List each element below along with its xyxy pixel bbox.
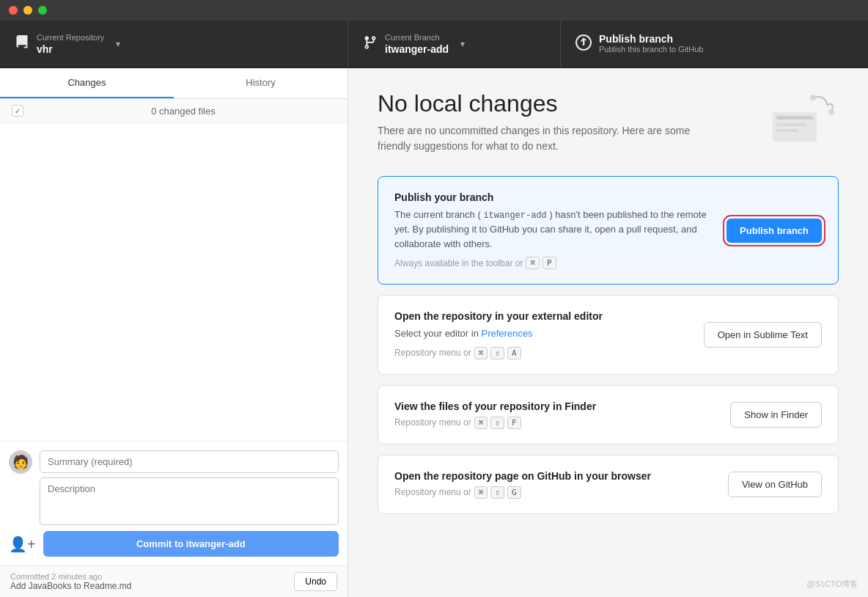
- content-area: No local changes There are no uncommitte…: [348, 68, 868, 597]
- kbd-key: ⌘: [474, 347, 488, 359]
- commit-button-prefix: Commit to: [136, 538, 186, 549]
- kbd-key: P: [542, 257, 556, 269]
- publish-header-subtitle: Publish this branch to GitHub: [599, 45, 703, 54]
- commit-area: 🧑 👤+ Commit to itwanger-add: [0, 441, 347, 565]
- card-publish-branch: Publish your branch The current branch (…: [378, 176, 839, 285]
- card-open-editor: Open the repository in your external edi…: [378, 295, 839, 375]
- fullscreen-button[interactable]: [38, 6, 47, 15]
- last-commit-message: Add JavaBooks to Readme.md: [10, 581, 131, 591]
- card-content-show-finder: View the files of your repository in Fin…: [394, 400, 716, 429]
- card-hint-show-finder: Repository menu or ⌘ ⇧ F: [394, 417, 716, 429]
- changed-files-bar: ✓ 0 changed files: [0, 99, 347, 123]
- card-title-view-github: Open the repository page on GitHub in yo…: [394, 470, 713, 482]
- branch-name: itwanger-add: [385, 43, 449, 55]
- commit-actions: 👤+ Commit to itwanger-add: [9, 531, 339, 557]
- kbd-key: ⇧: [490, 417, 504, 429]
- commit-inputs: [40, 450, 339, 525]
- card-title-publish-branch: Publish your branch: [394, 191, 712, 203]
- kbd-key: ⌘: [474, 486, 488, 499]
- card-title-open-editor: Open the repository in your external edi…: [394, 310, 689, 322]
- tab-changes[interactable]: Changes: [0, 68, 174, 98]
- changed-files-count: 0 changed files: [31, 106, 336, 117]
- card-content-publish-branch: Publish your branch The current branch (…: [394, 191, 712, 269]
- kbd-key: ⇧: [490, 486, 504, 499]
- description-input[interactable]: [40, 477, 339, 525]
- repo-chevron-icon: ▾: [116, 39, 120, 49]
- kbd-key: ⇧: [490, 347, 504, 359]
- close-button[interactable]: [9, 6, 18, 15]
- card-hint-text: Always available in the toolbar or: [394, 258, 523, 268]
- sidebar-spacer: [0, 123, 347, 441]
- kbd-key: F: [507, 417, 521, 429]
- publish-branch-header-section[interactable]: Publish branch Publish this branch to Gi…: [561, 21, 868, 67]
- no-changes-subtitle: There are no uncommitted changes in this…: [378, 123, 700, 154]
- illustration-icon: [765, 90, 839, 149]
- current-repository-section[interactable]: Current Repository vhr ▾: [0, 21, 348, 67]
- publish-icon: [575, 34, 592, 54]
- last-commit-bar: Committed 2 minutes ago Add JavaBooks to…: [0, 565, 347, 597]
- repo-label-group: Current Repository vhr: [37, 33, 104, 55]
- card-title-show-finder: View the files of your repository in Fin…: [394, 400, 716, 412]
- card-hint-open-editor: Repository menu or ⌘ ⇧ A: [394, 347, 689, 359]
- card-action-view-github[interactable]: View on GitHub: [728, 472, 822, 497]
- card-action-open-editor[interactable]: Open in Sublime Text: [704, 322, 822, 348]
- card-body-publish-branch: The current branch ( itwanger-add ) hasn…: [394, 208, 712, 251]
- svg-rect-3: [776, 129, 798, 132]
- title-bar: [0, 0, 868, 21]
- kbd-key: ⌘: [526, 257, 540, 269]
- summary-input[interactable]: [40, 450, 339, 473]
- select-all-checkbox[interactable]: ✓: [12, 105, 23, 117]
- card-show-finder: View the files of your repository in Fin…: [378, 385, 839, 444]
- no-changes-text: No local changes There are no uncommitte…: [378, 90, 700, 154]
- svg-point-4: [810, 95, 816, 100]
- card-action-show-finder[interactable]: Show in Finder: [730, 402, 822, 428]
- card-hint-text: Repository menu or: [394, 417, 471, 428]
- card-hint-publish-branch: Always available in the toolbar or ⌘ P: [394, 257, 712, 269]
- card-view-github: Open the repository page on GitHub in yo…: [378, 455, 839, 514]
- commit-form: 🧑: [9, 450, 339, 525]
- card-hint-text: Repository menu or: [394, 348, 471, 358]
- kbd-key: ⌘: [474, 417, 488, 429]
- svg-point-5: [828, 109, 834, 115]
- commit-button-branch: itwanger-add: [186, 538, 246, 549]
- card-action-publish-branch[interactable]: Publish branch: [727, 219, 822, 243]
- branch-chevron-icon: ▾: [460, 39, 465, 49]
- minimize-button[interactable]: [23, 6, 32, 15]
- app-header: Current Repository vhr ▾ Current Branch …: [0, 21, 868, 68]
- watermark: @S1CTO博客: [806, 579, 858, 590]
- kbd-key: G: [507, 486, 521, 499]
- add-coauthor-button[interactable]: 👤+: [9, 535, 36, 553]
- avatar: 🧑: [9, 450, 32, 474]
- card-body-open-editor: Select your editor in Preferences: [394, 326, 689, 341]
- repo-top-label: Current Repository: [37, 33, 104, 42]
- no-changes-header: No local changes There are no uncommitte…: [378, 90, 839, 154]
- undo-button[interactable]: Undo: [294, 572, 337, 591]
- sidebar-tabs: Changes History: [0, 68, 347, 99]
- cards-container: Publish your branch The current branch (…: [378, 176, 839, 514]
- repository-icon: [15, 35, 29, 54]
- last-commit-info: Committed 2 minutes ago Add JavaBooks to…: [10, 572, 131, 591]
- sidebar: Changes History ✓ 0 changed files 🧑 👤+ C…: [0, 68, 348, 597]
- svg-rect-1: [776, 116, 813, 120]
- publish-label-group: Publish branch Publish this branch to Gi…: [599, 33, 703, 55]
- no-changes-title: No local changes: [378, 90, 700, 117]
- card-content-view-github: Open the repository page on GitHub in yo…: [394, 470, 713, 499]
- branch-top-label: Current Branch: [385, 33, 449, 42]
- repo-name: vhr: [37, 43, 104, 55]
- publish-header-title: Publish branch: [599, 33, 703, 45]
- card-hint-view-github: Repository menu or ⌘ ⇧ G: [394, 486, 713, 499]
- card-code-publish-branch: itwanger-add: [483, 210, 546, 221]
- commit-button[interactable]: Commit to itwanger-add: [43, 531, 339, 557]
- kbd-key: A: [507, 347, 521, 359]
- svg-rect-2: [776, 123, 806, 126]
- card-link-open-editor[interactable]: Preferences: [482, 328, 533, 339]
- last-commit-time: Committed 2 minutes ago: [10, 572, 131, 581]
- main-layout: Changes History ✓ 0 changed files 🧑 👤+ C…: [0, 68, 868, 597]
- branch-label-group: Current Branch itwanger-add: [385, 33, 449, 55]
- branch-icon: [363, 35, 378, 54]
- card-hint-text: Repository menu or: [394, 487, 471, 497]
- tab-history[interactable]: History: [174, 68, 347, 98]
- current-branch-section[interactable]: Current Branch itwanger-add ▾: [348, 21, 561, 67]
- card-content-open-editor: Open the repository in your external edi…: [394, 310, 689, 359]
